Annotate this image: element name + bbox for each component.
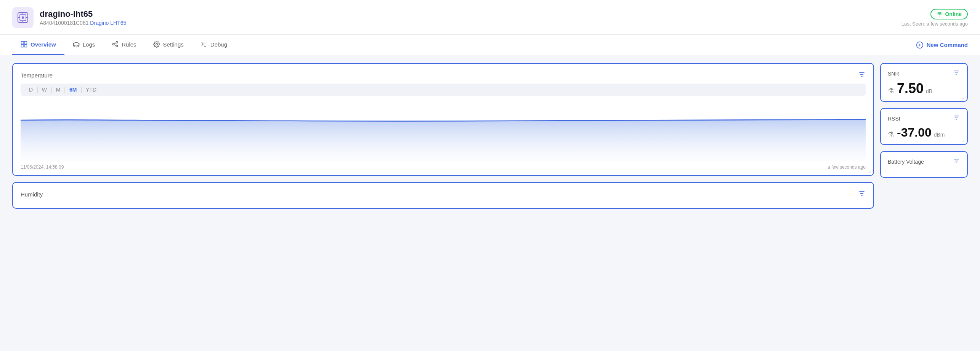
tab-settings-label: Settings [163,41,184,48]
resize-handle[interactable]: ⌟ [868,167,871,174]
rssi-filter-icon[interactable] [953,114,960,123]
device-type-link[interactable]: Dragino LHT65 [90,20,126,26]
main-content: Temperature D | W | M | 6M | [0,55,980,216]
debug-icon [200,41,207,48]
chart-time-start: 11/06/2024, 14:58:09 [21,164,64,170]
rssi-card: RSSI ⚗ -37.00 dBm ⌟ [880,108,968,145]
wifi-icon [937,11,943,17]
snr-card: SNR ⚗ 7.50 dB ⌟ [880,63,968,102]
left-column: Temperature D | W | M | 6M | [12,63,874,209]
new-command-label: New Command [927,42,968,48]
svg-rect-9 [24,42,27,44]
device-id: A84041000181C061 Dragino LHT65 [40,20,126,26]
snr-title: SNR [888,71,899,77]
tab-debug-label: Debug [210,41,227,48]
rssi-value: -37.00 [897,126,932,140]
period-selector: D | W | M | 6M | YTD [21,84,866,96]
snr-filter-icon[interactable] [953,69,960,78]
svg-point-2 [22,16,24,19]
temperature-filter-icon[interactable] [858,71,866,80]
tab-rules[interactable]: Rules [103,35,144,55]
nav: Overview Logs Rules [0,35,980,55]
rssi-value-row: ⚗ -37.00 dBm [888,126,960,140]
svg-point-7 [939,15,940,16]
right-column: SNR ⚗ 7.50 dB ⌟ RSSI [880,63,968,209]
rssi-unit: dBm [934,132,945,138]
rssi-flask-icon: ⚗ [888,130,894,138]
snr-card-header: SNR [888,69,960,78]
temperature-card: Temperature D | W | M | 6M | [12,63,874,176]
rssi-resize-handle[interactable]: ⌟ [962,137,965,143]
tab-debug[interactable]: Debug [192,35,236,55]
battery-card-header: Battery Voltage [888,157,960,166]
settings-icon [153,41,160,48]
period-6m[interactable]: 6M [66,86,80,93]
snr-value-row: ⚗ 7.50 dB [888,81,960,97]
nav-tabs: Overview Logs Rules [12,35,236,55]
online-label: Online [945,11,962,17]
humidity-card-header: Humidity [21,190,866,199]
tab-settings[interactable]: Settings [145,35,192,55]
svg-rect-11 [24,45,27,47]
temperature-title: Temperature [21,72,53,79]
period-d[interactable]: D [26,86,36,93]
chart-footer: 11/06/2024, 14:58:09 a few seconds ago [21,164,866,170]
logs-icon [73,41,80,48]
humidity-title: Humidity [21,191,43,198]
tab-overview[interactable]: Overview [12,35,64,55]
tab-logs[interactable]: Logs [64,35,104,55]
overview-icon [21,41,27,48]
svg-point-13 [156,43,157,45]
header-right: Online Last Seen: a few seconds ago [901,9,968,27]
period-ytd[interactable]: YTD [83,86,99,93]
chart-time-end: a few seconds ago [828,164,866,170]
temperature-card-header: Temperature [21,71,866,80]
snr-value: 7.50 [897,81,924,97]
tab-overview-label: Overview [30,41,56,48]
device-info: dragino-lht65 A84041000181C061 Dragino L… [40,9,126,26]
rules-icon [112,41,119,48]
device-name: dragino-lht65 [40,9,126,19]
svg-point-12 [73,43,79,46]
new-command-button[interactable]: New Command [916,38,968,52]
online-badge: Online [930,9,968,19]
tab-logs-label: Logs [83,41,95,48]
snr-resize-handle[interactable]: ⌟ [962,93,965,100]
header-left: dragino-lht65 A84041000181C061 Dragino L… [12,7,126,28]
snr-unit: dB [926,88,932,94]
device-icon [12,7,34,28]
rssi-card-header: RSSI [888,114,960,123]
rssi-title: RSSI [888,116,900,122]
temperature-chart [21,100,866,161]
humidity-filter-icon[interactable] [858,190,866,199]
snr-flask-icon: ⚗ [888,87,894,95]
humidity-card: Humidity [12,182,874,209]
device-eui: A84041000181C061 [40,20,88,26]
battery-title: Battery Voltage [888,159,924,165]
period-w[interactable]: W [39,86,50,93]
last-seen: Last Seen: a few seconds ago [901,21,968,27]
tab-rules-label: Rules [122,41,136,48]
battery-card: Battery Voltage [880,151,968,178]
plus-circle-icon [916,41,924,49]
battery-filter-icon[interactable] [953,157,960,166]
header: dragino-lht65 A84041000181C061 Dragino L… [0,0,980,35]
period-m[interactable]: M [53,86,64,93]
svg-rect-8 [21,42,24,44]
svg-rect-10 [21,45,24,47]
